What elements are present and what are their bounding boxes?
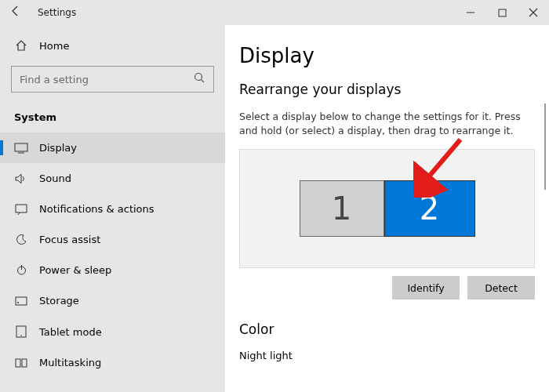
night-light-label: Night light	[239, 350, 535, 361]
search-box[interactable]	[11, 66, 214, 93]
sidebar-item-label: Storage	[39, 295, 79, 307]
close-button[interactable]	[518, 2, 549, 24]
svg-point-12	[20, 335, 22, 336]
tablet-icon	[14, 325, 28, 338]
storage-icon	[14, 296, 28, 306]
svg-line-3	[202, 80, 205, 83]
monitor-number: 2	[420, 191, 439, 227]
search-input[interactable]	[20, 74, 193, 85]
monitor-2[interactable]: 2	[384, 180, 475, 237]
monitor-number: 1	[332, 191, 351, 227]
speaker-icon	[14, 173, 28, 184]
moon-icon	[14, 234, 28, 245]
display-arrangement-area[interactable]: 1 2	[239, 149, 535, 268]
svg-rect-14	[22, 359, 27, 367]
svg-rect-6	[16, 205, 27, 212]
svg-rect-13	[16, 359, 20, 367]
section-description: Select a display below to change the set…	[239, 110, 529, 138]
sidebar-item-notifications[interactable]: Notifications & actions	[0, 194, 225, 224]
sidebar-item-label: Display	[39, 142, 77, 154]
sidebar-item-label: Multitasking	[39, 357, 101, 368]
sidebar: Home System Display Sound Notification	[0, 25, 225, 392]
page-title: Display	[239, 44, 535, 67]
power-icon	[14, 264, 28, 276]
sidebar-item-storage[interactable]: Storage	[0, 285, 225, 316]
sidebar-item-label: Sound	[39, 172, 71, 184]
multitask-icon	[14, 358, 28, 368]
maximize-button[interactable]	[486, 2, 518, 24]
back-button[interactable]	[0, 5, 31, 20]
sidebar-item-label: Power & sleep	[39, 264, 111, 276]
window-title: Settings	[31, 7, 76, 18]
section-title-rearrange: Rearrange your displays	[239, 82, 535, 97]
identify-button[interactable]: Identify	[392, 276, 460, 299]
section-title-color: Color	[239, 321, 535, 337]
minimize-button[interactable]	[455, 2, 486, 24]
home-icon	[14, 39, 28, 52]
monitor-1[interactable]: 1	[300, 180, 384, 237]
sidebar-item-tablet[interactable]: Tablet mode	[0, 316, 225, 347]
detect-button[interactable]: Detect	[467, 276, 535, 299]
sidebar-item-label: Notifications & actions	[39, 203, 155, 215]
sidebar-item-power[interactable]: Power & sleep	[0, 255, 225, 285]
notification-icon	[14, 204, 28, 215]
sidebar-item-focus-assist[interactable]: Focus assist	[0, 224, 225, 255]
sidebar-item-multitasking[interactable]: Multitasking	[0, 347, 225, 378]
sidebar-item-display[interactable]: Display	[0, 132, 225, 163]
home-nav[interactable]: Home	[0, 31, 225, 60]
titlebar: Settings	[0, 0, 549, 25]
content-pane: Display Rearrange your displays Select a…	[225, 25, 549, 392]
svg-point-10	[17, 302, 19, 303]
svg-point-2	[195, 74, 202, 81]
svg-rect-4	[15, 143, 27, 151]
sidebar-item-sound[interactable]: Sound	[0, 163, 225, 194]
svg-rect-9	[16, 297, 27, 305]
scrollbar[interactable]	[544, 103, 546, 190]
monitor-icon	[14, 143, 28, 154]
sidebar-item-label: Tablet mode	[39, 326, 102, 338]
home-label: Home	[39, 40, 69, 52]
sidebar-item-label: Focus assist	[39, 234, 100, 245]
category-label: System	[0, 103, 225, 132]
search-icon	[193, 71, 205, 87]
svg-rect-1	[499, 9, 506, 16]
